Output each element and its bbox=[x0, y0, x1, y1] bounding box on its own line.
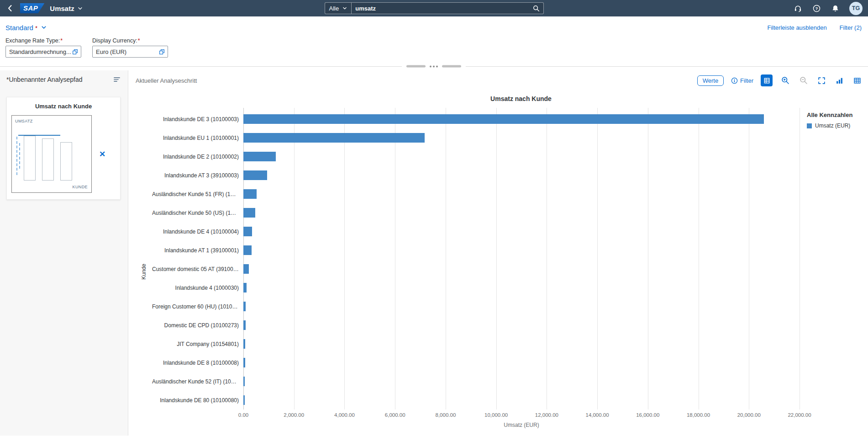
remove-step-button[interactable]: ✕ bbox=[99, 150, 105, 158]
analysis-step-card[interactable]: Umsatz nach Kunde UMSATZ KUNDE ✕ bbox=[6, 97, 121, 200]
thumb-y-label: UMSATZ bbox=[15, 119, 33, 123]
category-label: Customer domestic 05 AT (39100005) bbox=[152, 266, 243, 272]
value-help-icon[interactable] bbox=[158, 48, 165, 55]
table-view-icon[interactable] bbox=[852, 75, 863, 86]
chart-row: Foreign Customer 60 (HU) (10100060) bbox=[152, 297, 800, 316]
grip-dots-icon bbox=[430, 65, 438, 67]
display-currency-input[interactable]: Euro (EUR) bbox=[92, 46, 168, 58]
bar[interactable] bbox=[243, 377, 245, 386]
content: *Unbenannter Analysepfad Umsatz nach Kun… bbox=[0, 70, 868, 436]
category-label: Ausländischer Kunde 52 (IT) (10100052) bbox=[152, 378, 243, 385]
splitter-handle[interactable] bbox=[5, 62, 862, 70]
shell-bar: SAP Umsatz Alle bbox=[0, 0, 868, 16]
bar[interactable] bbox=[243, 227, 252, 236]
shell-left: SAP Umsatz bbox=[5, 3, 83, 13]
chart-plot: Inlandskunde DE 3 (10100003)Inlandskunde… bbox=[152, 108, 800, 409]
x-tick-label: 18,000.00 bbox=[687, 412, 710, 418]
thumb-sketch-column bbox=[60, 142, 72, 181]
thumb-sketch-column bbox=[42, 138, 54, 181]
category-label: Inlandskunde DE 2 (10100002) bbox=[152, 154, 243, 160]
back-button[interactable] bbox=[5, 4, 15, 13]
path-settings-icon[interactable] bbox=[113, 76, 121, 83]
chart-filter-button[interactable]: Filter bbox=[731, 77, 753, 84]
legend-title: Alle Kennzahlen bbox=[807, 112, 863, 118]
gridline bbox=[800, 108, 800, 409]
variant-selector[interactable]: Standard * bbox=[5, 24, 47, 32]
chart-type-icon[interactable] bbox=[834, 75, 845, 86]
x-tick-label: 2,000.00 bbox=[284, 412, 304, 418]
support-headset-icon[interactable] bbox=[793, 4, 803, 13]
category-label: Ausländischer Kunde 50 (US) (10100050) bbox=[152, 210, 243, 216]
x-tick-label: 20,000.00 bbox=[737, 412, 761, 418]
bar[interactable] bbox=[243, 283, 247, 292]
notifications-bell-icon[interactable] bbox=[831, 4, 840, 13]
category-label: Foreign Customer 60 (HU) (10100060) bbox=[152, 303, 243, 310]
bar[interactable] bbox=[243, 208, 255, 218]
bar-track bbox=[243, 297, 800, 316]
view-settings-toggle-icon[interactable] bbox=[761, 74, 773, 86]
bar-track bbox=[243, 353, 800, 372]
bar[interactable] bbox=[243, 302, 246, 311]
fullscreen-icon[interactable] bbox=[816, 75, 827, 86]
thumb-sketch-dash bbox=[16, 137, 17, 175]
grip-bar bbox=[406, 65, 426, 68]
chart-thumbnail[interactable]: UMSATZ KUNDE bbox=[11, 115, 92, 193]
bar[interactable] bbox=[243, 189, 257, 199]
splitter-grip[interactable] bbox=[402, 65, 466, 68]
bar[interactable] bbox=[243, 395, 245, 405]
legend-item[interactable]: Umsatz (EUR) bbox=[807, 122, 863, 129]
analysis-path-panel: *Unbenannter Analysepfad Umsatz nach Kun… bbox=[0, 70, 128, 436]
display-currency-value: Euro (EUR) bbox=[96, 48, 158, 55]
category-label: Inlandskunde EU 1 (10100001) bbox=[152, 135, 243, 141]
avatar[interactable]: TG bbox=[849, 2, 863, 15]
hide-filterbar-link[interactable]: Filterleiste ausblenden bbox=[768, 24, 827, 31]
chevron-left-icon bbox=[6, 5, 14, 12]
bar[interactable] bbox=[243, 339, 245, 349]
current-step-label: Aktueller Analyseschritt bbox=[136, 77, 197, 84]
exchange-rate-type-field: Exchange Rate Type:* Standardumrechnung.… bbox=[5, 37, 81, 58]
values-button[interactable]: Werte bbox=[697, 75, 724, 86]
bar[interactable] bbox=[243, 152, 276, 161]
bar[interactable] bbox=[243, 245, 252, 255]
bar-track bbox=[243, 222, 800, 241]
filters-link[interactable]: Filter (2) bbox=[840, 24, 862, 31]
grip-bar bbox=[442, 65, 461, 68]
bar-track bbox=[243, 260, 800, 278]
variant-name: Standard bbox=[5, 24, 33, 32]
bar[interactable] bbox=[243, 264, 249, 274]
avatar-initials: TG bbox=[852, 5, 860, 11]
exchange-rate-type-input[interactable]: Standardumrechnung... bbox=[5, 46, 81, 58]
bar-track bbox=[243, 278, 800, 297]
app-title-menu[interactable]: Umsatz bbox=[50, 5, 82, 12]
bar[interactable] bbox=[243, 133, 425, 143]
category-label: Inlandskunde AT 3 (39100003) bbox=[152, 172, 243, 179]
chart-row: Inlandskunde DE 3 (10100003) bbox=[152, 110, 800, 128]
zoom-in-icon[interactable] bbox=[780, 75, 791, 86]
help-icon[interactable]: ? bbox=[812, 4, 821, 13]
search-icon[interactable] bbox=[529, 5, 543, 12]
bar[interactable] bbox=[243, 358, 245, 367]
bar[interactable] bbox=[243, 170, 267, 180]
bar-track bbox=[243, 391, 800, 409]
chart-row: Domestic DE CPD (10100273) bbox=[152, 316, 800, 335]
chevron-down-icon bbox=[342, 6, 347, 11]
bar-track bbox=[243, 203, 800, 222]
bar-track bbox=[243, 110, 800, 128]
thumb-sketch-column bbox=[24, 136, 36, 181]
value-help-icon[interactable] bbox=[72, 48, 79, 55]
chart-row: Customer domestic 05 AT (39100005) bbox=[152, 260, 800, 278]
search-input[interactable] bbox=[352, 5, 529, 12]
bar[interactable] bbox=[243, 114, 764, 124]
chart-row: Inlandskunde 4 (1000030) bbox=[152, 278, 800, 297]
zoom-out-icon[interactable] bbox=[798, 75, 809, 86]
bar[interactable] bbox=[243, 320, 246, 330]
category-label: Domestic DE CPD (10100273) bbox=[152, 322, 243, 329]
step-card-title: Umsatz nach Kunde bbox=[11, 103, 116, 110]
analysis-step-main: Aktueller Analyseschritt Werte Filter bbox=[128, 70, 868, 436]
bar-track bbox=[243, 335, 800, 353]
chart-row: Inlandskunde AT 1 (39100001) bbox=[152, 241, 800, 260]
search-scope-select[interactable]: Alle bbox=[325, 3, 352, 14]
x-tick-label: 8,000.00 bbox=[436, 412, 456, 418]
search-scope-value: Alle bbox=[329, 5, 339, 12]
category-label: Inlandskunde DE 8 (10100008) bbox=[152, 360, 243, 366]
